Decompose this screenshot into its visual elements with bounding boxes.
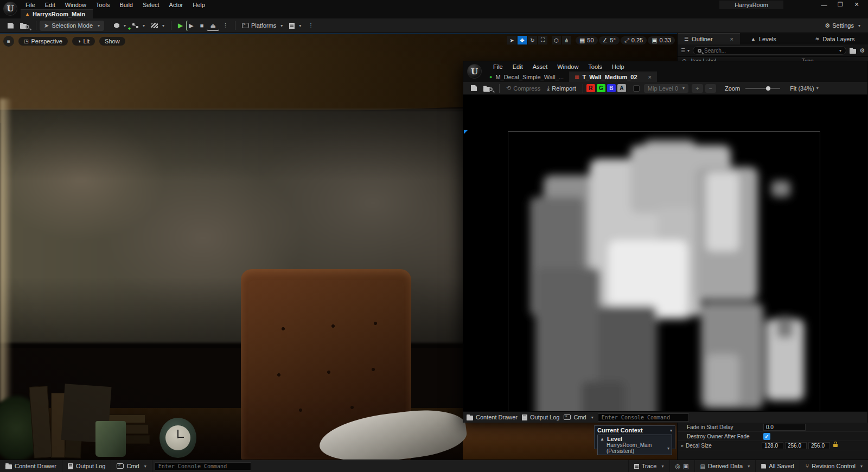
- cmd-label: Cmd: [126, 463, 139, 469]
- mip-level-dropdown[interactable]: Mip Level 0 ▾: [644, 84, 688, 93]
- close-button[interactable]: ✕: [848, 1, 865, 8]
- channel-green-toggle[interactable]: G: [597, 84, 605, 92]
- chevron-down-icon: ▾: [280, 23, 283, 28]
- all-saved-button[interactable]: All Saved: [756, 460, 800, 472]
- lit-dropdown[interactable]: ◑ Lit: [72, 37, 95, 46]
- menu-edit[interactable]: Edit: [40, 1, 60, 9]
- menu-window[interactable]: Window: [60, 1, 91, 9]
- maximize-button[interactable]: ❐: [832, 1, 848, 8]
- destroy-owner-checkbox[interactable]: ✓: [763, 433, 770, 440]
- platforms-dropdown[interactable]: Platforms ▾: [239, 21, 286, 30]
- zoom-fit-dropdown[interactable]: Fit (34%) ▾: [790, 85, 819, 92]
- surface-snap-button[interactable]: ⋔: [562, 36, 571, 44]
- te-console-input[interactable]: [598, 413, 689, 422]
- selection-mode-dropdown[interactable]: ➤ Selection Mode ▾: [40, 21, 104, 31]
- close-icon[interactable]: ×: [730, 36, 733, 42]
- settings-dropdown[interactable]: ⚙ Settings ▾: [821, 21, 864, 31]
- te-menu-tools[interactable]: Tools: [583, 62, 607, 71]
- eject-button[interactable]: ⏏: [207, 21, 219, 31]
- te-menu-file[interactable]: File: [488, 62, 508, 71]
- menu-tools[interactable]: Tools: [91, 1, 115, 9]
- reimport-button[interactable]: ⤓ Reimport: [544, 83, 579, 93]
- close-icon[interactable]: ×: [648, 74, 652, 80]
- stop-button[interactable]: ■: [197, 21, 207, 30]
- te-content-drawer-button[interactable]: Content Drawer: [467, 414, 518, 420]
- outliner-search-box[interactable]: ▾: [693, 46, 846, 55]
- rotation-snap-control[interactable]: ∠ 5°: [599, 36, 620, 44]
- derived-data-dropdown[interactable]: ▤ Derived Data ▾: [695, 460, 756, 472]
- show-dropdown[interactable]: Show: [99, 37, 125, 46]
- fade-in-start-delay-input[interactable]: 0.0: [763, 424, 806, 431]
- cmd-dropdown[interactable]: Cmd ▾: [111, 460, 152, 472]
- te-output-log-button[interactable]: Output Log: [522, 414, 559, 420]
- te-save-button[interactable]: [468, 84, 480, 93]
- tab-texture-asset[interactable]: ▦ T_Wall_Medium_02 ×: [569, 72, 657, 82]
- zoom-slider[interactable]: [745, 88, 780, 89]
- scale-snap-control[interactable]: ⤢ 0.25: [621, 36, 647, 44]
- menu-select[interactable]: Select: [138, 1, 164, 9]
- world-coord-button[interactable]: ⬡: [552, 36, 561, 44]
- decal-size-y-input[interactable]: 256.0: [785, 442, 807, 449]
- camera-speed-control[interactable]: ▣ 0.33: [648, 36, 675, 44]
- mip-plus-button[interactable]: +: [692, 84, 703, 93]
- scale-tool-button[interactable]: ⛶: [538, 36, 547, 44]
- level-selector-dropdown[interactable]: HarrysRoom_Main (Persistent) ▾: [600, 442, 669, 454]
- te-browse-button[interactable]: [480, 84, 496, 93]
- blueprints-dropdown[interactable]: ▾: [129, 22, 148, 30]
- channel-red-toggle[interactable]: R: [586, 84, 595, 92]
- content-drawer-button[interactable]: Content Drawer: [0, 460, 62, 472]
- decal-size-z-input[interactable]: 256.0: [808, 442, 830, 449]
- insights-buttons[interactable]: ◎ ▣: [670, 460, 695, 472]
- compress-button[interactable]: ⟲ Compress: [503, 83, 544, 93]
- channel-blue-toggle[interactable]: B: [607, 84, 616, 92]
- select-tool-button[interactable]: ➤: [507, 36, 516, 44]
- trace-dropdown[interactable]: Trace ▾: [628, 460, 670, 472]
- menu-actor[interactable]: Actor: [164, 1, 188, 9]
- outliner-settings-icon[interactable]: ⚙: [859, 47, 865, 54]
- unreal-logo-icon[interactable]: U: [3, 2, 17, 16]
- te-menu-help[interactable]: Help: [607, 62, 629, 71]
- texture-preview-canvas[interactable]: [463, 95, 867, 411]
- minimize-button[interactable]: —: [816, 2, 832, 8]
- filter-icon[interactable]: ☰▾: [681, 48, 690, 53]
- output-log-button[interactable]: Output Log: [62, 460, 111, 472]
- new-folder-icon[interactable]: [850, 49, 856, 54]
- channel-alpha-toggle[interactable]: A: [617, 84, 626, 92]
- viewport-options-button[interactable]: ≡: [3, 36, 14, 47]
- te-menu-window[interactable]: Window: [552, 62, 583, 71]
- mip-minus-button[interactable]: −: [705, 84, 716, 93]
- search-input[interactable]: [704, 48, 834, 54]
- play-options-button[interactable]: ⋮: [219, 21, 232, 31]
- play-button[interactable]: ▶: [175, 20, 186, 31]
- add-actor-dropdown[interactable]: +▾: [111, 21, 129, 30]
- chevron-down-icon[interactable]: ▾: [670, 428, 672, 433]
- te-menu-edit[interactable]: Edit: [508, 62, 528, 71]
- console-input[interactable]: [155, 462, 251, 470]
- save-button[interactable]: [4, 21, 17, 30]
- browse-content-button[interactable]: [17, 21, 33, 30]
- tab-outliner[interactable]: ☰ Outliner ×: [678, 33, 740, 44]
- te-menu-asset[interactable]: Asset: [528, 62, 553, 71]
- grid-snap-control[interactable]: ▦ 50: [576, 36, 598, 44]
- tab-level-harrysroom-main[interactable]: ▲ HarrysRoom_Main: [21, 9, 93, 18]
- cinematics-dropdown[interactable]: ▾: [148, 22, 168, 30]
- lock-icon[interactable]: [833, 444, 838, 447]
- content-drawer-label: Content Drawer: [476, 414, 518, 420]
- tab-data-layers[interactable]: ≋ Data Layers: [809, 33, 861, 44]
- mip-checkbox[interactable]: [633, 85, 640, 92]
- menu-build[interactable]: Build: [115, 1, 138, 9]
- te-cmd-dropdown[interactable]: Cmd ▾: [564, 414, 593, 420]
- perspective-dropdown[interactable]: ◳ Perspective: [18, 37, 68, 46]
- decal-size-x-input[interactable]: 128.0: [762, 442, 783, 449]
- expander-icon[interactable]: ▸: [681, 443, 684, 448]
- editor-preview-dropdown[interactable]: ▾: [286, 21, 304, 30]
- revision-control-dropdown[interactable]: ⑂ Revision Control ▾: [800, 460, 868, 472]
- tab-material-asset[interactable]: ● M_Decal_Simple_Wall_...: [484, 72, 569, 82]
- toolbar-options-button[interactable]: ⋮: [304, 21, 317, 31]
- menu-help[interactable]: Help: [188, 1, 210, 9]
- skip-button[interactable]: ▶: [186, 21, 196, 31]
- move-tool-button[interactable]: ✥: [518, 36, 527, 44]
- rotate-tool-button[interactable]: ↻: [528, 36, 537, 44]
- tab-levels[interactable]: ▲ Levels: [744, 33, 783, 44]
- menu-file[interactable]: File: [21, 1, 40, 9]
